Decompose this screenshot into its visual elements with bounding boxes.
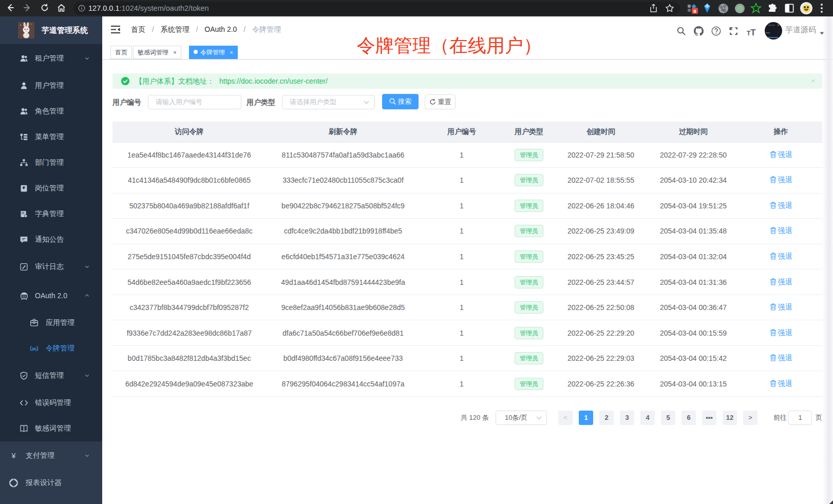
svg-text:¥: ¥: [11, 452, 16, 460]
svg-text:9: 9: [693, 8, 696, 14]
svg-text:(a): (a): [32, 347, 36, 351]
